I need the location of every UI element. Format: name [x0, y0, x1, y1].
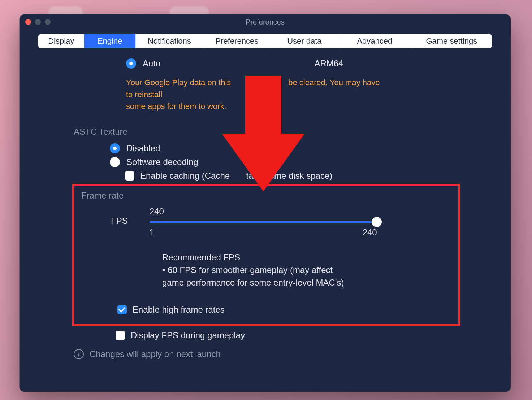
arch-arm64-label: ARM64 [314, 58, 343, 69]
arch-auto-label: Auto [143, 58, 160, 69]
astc-section-label: ASTC Texture [74, 127, 489, 137]
radio-icon [126, 58, 136, 69]
warning-text: Your Google Play data on this XXXXXXXXXX… [126, 77, 388, 112]
tab-game-settings[interactable]: Game settings [411, 34, 492, 48]
info-icon: i [74, 349, 84, 359]
tab-notifications[interactable]: Notifications [135, 34, 203, 48]
window-title: Preferences [20, 18, 511, 26]
tab-userdata[interactable]: User data [271, 34, 338, 48]
display-fps-checkbox[interactable]: Display FPS during gameplay [116, 330, 489, 340]
slider-range-labels: 1 240 [150, 227, 377, 238]
display-fps-label: Display FPS during gameplay [131, 330, 245, 340]
frame-rate-label: Frame rate [81, 191, 451, 201]
titlebar: Preferences [20, 14, 511, 30]
astc-software-label: Software decoding [126, 157, 198, 167]
reco-line: • 60 FPS for smoother gameplay (may affe… [162, 264, 379, 277]
arch-arm64-radio[interactable]: ARM64 [298, 58, 343, 69]
window-controls [25, 19, 51, 25]
fps-label: FPS [111, 216, 128, 226]
zoom-icon[interactable] [45, 19, 51, 25]
reco-line: game performance for some entry-level MA… [162, 277, 379, 289]
astc-options: Disabled Software decoding Enable cachin… [110, 143, 489, 181]
apply-note-text: Changes will apply on next launch [90, 349, 221, 359]
slider-track[interactable] [150, 218, 377, 226]
astc-disabled-radio[interactable]: Disabled [110, 143, 489, 153]
fps-slider-row: FPS 240 1 240 [111, 206, 451, 238]
preferences-window: Preferences Display Engine Notifications… [20, 14, 511, 392]
tab-preferences[interactable]: Preferences [203, 34, 271, 48]
enable-high-frame-label: Enable high frame rates [133, 305, 225, 315]
tab-display[interactable]: Display [38, 34, 84, 48]
reco-title: Recommended FPS [162, 251, 379, 264]
arch-radio-group: Auto ARM64 [126, 58, 489, 69]
text-part: Enable caching (Cache [140, 171, 230, 181]
tab-advanced[interactable]: Advanced [338, 34, 411, 48]
close-icon[interactable] [25, 19, 31, 25]
slider-thumb[interactable] [372, 217, 382, 227]
minimize-icon[interactable] [35, 19, 41, 25]
checkbox-icon [117, 305, 127, 314]
apply-note-row: i Changes will apply on next launch [74, 349, 489, 359]
fps-value: 240 [150, 206, 377, 217]
tabs: Display Engine Notifications Preferences… [38, 34, 492, 48]
astc-caching-checkbox[interactable]: Enable caching (Cache XX take some disk … [125, 171, 489, 181]
slider-fill [150, 221, 377, 223]
checkbox-icon [116, 331, 125, 340]
checkbox-icon [125, 171, 134, 181]
fps-max: 240 [363, 227, 377, 238]
tab-engine[interactable]: Engine [84, 34, 135, 48]
text-part: take some disk space) [246, 171, 333, 181]
warning-part: some apps for them to work. [126, 102, 226, 111]
radio-icon [110, 143, 120, 153]
fps-slider[interactable]: 240 1 240 [150, 206, 377, 238]
frame-rate-highlight: Frame rate FPS 240 1 240 Recommended FP [72, 184, 460, 326]
astc-caching-label: Enable caching (Cache XX take some disk … [140, 171, 332, 181]
warning-part: Your Google Play data on this [126, 78, 233, 87]
enable-high-frame-checkbox[interactable]: Enable high frame rates [117, 305, 451, 315]
astc-disabled-label: Disabled [126, 143, 160, 153]
astc-software-radio[interactable]: Software decoding [110, 157, 489, 167]
engine-content: Auto ARM64 Your Google Play data on this… [20, 48, 511, 359]
fps-recommended-text: Recommended FPS • 60 FPS for smoother ga… [162, 251, 379, 289]
arch-auto-radio[interactable]: Auto [126, 58, 160, 69]
radio-icon [110, 157, 120, 167]
fps-min: 1 [150, 227, 154, 238]
